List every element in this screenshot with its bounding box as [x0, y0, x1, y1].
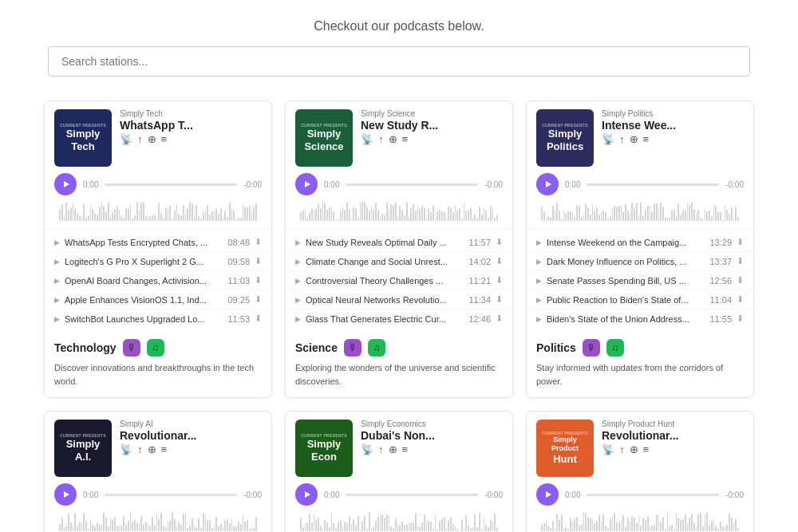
play-button[interactable] [536, 173, 559, 195]
episode-title: Glass That Generates Electric Cur... [306, 314, 464, 324]
waveform-bar [342, 527, 344, 531]
rss-icon[interactable]: 📡 [361, 443, 373, 455]
play-icon: ▶ [536, 296, 542, 304]
download-icon[interactable]: ⬇ [737, 294, 744, 305]
download-icon[interactable]: ⬇ [737, 313, 744, 324]
menu-icon[interactable]: ≡ [643, 133, 650, 145]
download-icon[interactable]: ⬇ [496, 275, 503, 286]
podcast-badge[interactable]: 🎙 [123, 339, 140, 357]
download-icon[interactable]: ⬇ [255, 294, 262, 305]
thumbnail-inner: CURRENT PRESENTSSimplyTech [54, 109, 112, 167]
player-section: CURRENT PRESENTSSimply ProductHunt Simpl… [527, 412, 753, 532]
menu-icon[interactable]: ≡ [643, 443, 650, 455]
podcast-badge[interactable]: 🎙 [583, 339, 600, 357]
broadcast-icon[interactable]: ⊕ [148, 133, 156, 145]
progress-bar[interactable] [105, 183, 237, 186]
menu-icon[interactable]: ≡ [161, 133, 168, 145]
progress-bar[interactable] [587, 183, 719, 186]
waveform-bar [103, 206, 105, 221]
waveform-bar [205, 516, 207, 531]
play-button[interactable] [295, 483, 318, 506]
menu-icon[interactable]: ≡ [161, 443, 168, 455]
rss-icon[interactable]: 📡 [602, 133, 614, 145]
waveform-bar [247, 520, 248, 531]
waveform-bar [349, 209, 350, 221]
broadcast-icon[interactable]: ⊕ [630, 133, 638, 145]
share-icon[interactable]: ↑ [619, 443, 625, 455]
waveform-bar [381, 514, 383, 531]
share-icon[interactable]: ↑ [378, 133, 384, 145]
download-icon[interactable]: ⬇ [255, 256, 262, 266]
menu-icon[interactable]: ≡ [402, 133, 409, 145]
broadcast-icon[interactable]: ⊕ [389, 133, 397, 145]
time-total: -0:00 [725, 491, 744, 499]
spotify-badge[interactable]: ♫ [606, 339, 624, 357]
waveform-bar [163, 218, 164, 221]
search-input[interactable] [48, 46, 750, 77]
play-button[interactable] [54, 173, 77, 195]
download-icon[interactable]: ⬇ [255, 237, 262, 247]
rss-icon[interactable]: 📡 [120, 133, 132, 145]
player-info: Simply Science New Study R... 📡 ↑ ⊕ ≡ [361, 109, 503, 145]
broadcast-icon[interactable]: ⊕ [389, 443, 397, 455]
broadcast-icon[interactable]: ⊕ [148, 443, 156, 455]
play-button[interactable] [295, 173, 318, 195]
waveform-bar [185, 214, 187, 221]
player-section: CURRENT PRESENTSSimplyTech Simply Tech W… [45, 101, 271, 230]
player-top: CURRENT PRESENTSSimply ProductHunt Simpl… [536, 420, 744, 477]
podcast-badge[interactable]: 🎙 [344, 339, 361, 357]
waveform-bar [415, 513, 417, 531]
waveform-bar [209, 520, 211, 531]
waveform [536, 199, 744, 221]
waveform-bar [114, 517, 116, 531]
download-icon[interactable]: ⬇ [737, 237, 744, 247]
episode-duration: 11:55 [709, 314, 732, 324]
waveform [54, 199, 262, 221]
waveform-bar [70, 207, 72, 221]
rss-icon[interactable]: 📡 [361, 133, 373, 145]
waveform-bar [563, 528, 565, 531]
download-icon[interactable]: ⬇ [496, 294, 503, 305]
share-icon[interactable]: ↑ [137, 443, 143, 455]
waveform-bar [70, 522, 72, 531]
progress-bar[interactable] [346, 494, 478, 496]
waveform-bar [559, 519, 560, 531]
waveform-bar [625, 204, 626, 221]
waveform-bar [139, 523, 140, 531]
rss-icon[interactable]: 📡 [602, 443, 614, 455]
waveform-bar [687, 523, 689, 531]
time-total: -0:00 [243, 180, 262, 189]
waveform-bar [660, 522, 662, 531]
play-button[interactable] [54, 483, 77, 506]
progress-bar[interactable] [587, 494, 719, 496]
download-icon[interactable]: ⬇ [496, 256, 503, 266]
waveform-bar [687, 203, 689, 221]
download-icon[interactable]: ⬇ [255, 313, 262, 324]
waveform-bar [680, 215, 681, 221]
waveform-bar [309, 213, 310, 221]
svg-marker-5 [546, 491, 551, 498]
episode-list: ▶ WhatsApp Tests Encrypted Chats, ... 08… [45, 230, 271, 331]
waveform-bar [326, 210, 328, 221]
download-icon[interactable]: ⬇ [255, 275, 262, 286]
spotify-badge[interactable]: ♫ [368, 339, 385, 357]
download-icon[interactable]: ⬇ [496, 237, 503, 247]
download-icon[interactable]: ⬇ [737, 256, 744, 266]
progress-bar[interactable] [105, 494, 237, 496]
share-icon[interactable]: ↑ [137, 133, 143, 145]
share-icon[interactable]: ↑ [619, 133, 625, 145]
spotify-badge[interactable]: ♫ [147, 339, 164, 357]
play-button[interactable] [536, 483, 559, 506]
download-icon[interactable]: ⬇ [737, 275, 744, 286]
waveform-bar [375, 521, 377, 531]
download-icon[interactable]: ⬇ [496, 313, 503, 324]
waveform [295, 509, 503, 531]
share-icon[interactable]: ↑ [378, 443, 384, 455]
broadcast-icon[interactable]: ⊕ [630, 443, 638, 455]
waveform-bar [452, 524, 454, 532]
waveform-bar [366, 529, 368, 531]
waveform-bar [485, 525, 487, 531]
rss-icon[interactable]: 📡 [120, 443, 132, 455]
progress-bar[interactable] [346, 183, 478, 186]
menu-icon[interactable]: ≡ [402, 443, 409, 455]
